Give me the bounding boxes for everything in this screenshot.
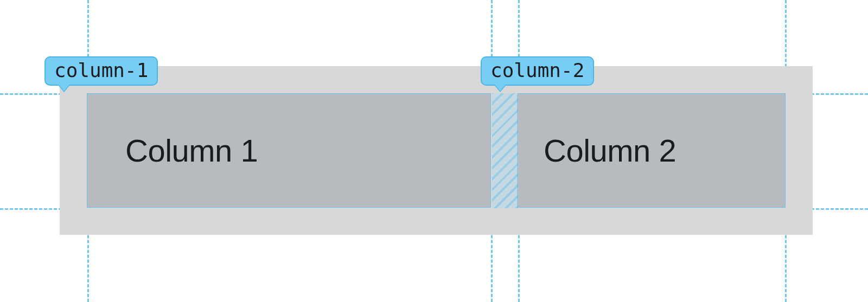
grid-cell-column-1: Column 1 — [87, 93, 491, 208]
grid-track-badge-column-1[interactable]: column-1 — [44, 56, 158, 86]
grid-cell-label: Column 1 — [125, 132, 258, 169]
grid-cell-column-2: Column 2 — [517, 93, 786, 208]
grid-track-badge-column-2[interactable]: column-2 — [481, 56, 594, 86]
grid-cell-label: Column 2 — [544, 132, 676, 169]
grid-container: Column 1 Column 2 — [60, 66, 813, 235]
